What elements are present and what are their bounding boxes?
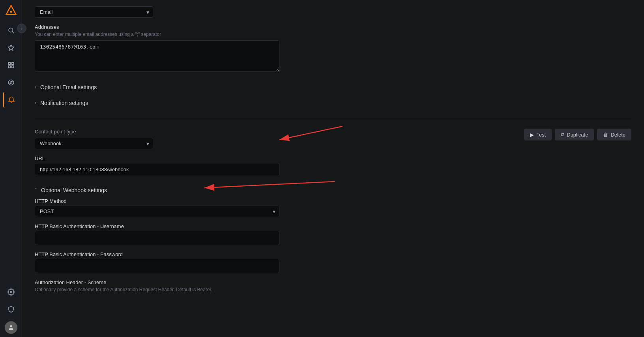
contact-point-type-group: Contact point type Webhook: [35, 129, 153, 149]
contact-point-type-label: Contact point type: [35, 129, 153, 135]
svg-point-12: [10, 325, 12, 327]
chevron-right-icon-email: ›: [35, 84, 36, 90]
sidebar-item-search[interactable]: [3, 22, 19, 38]
password-input[interactable]: [35, 259, 279, 273]
duplicate-label: Duplicate: [567, 132, 588, 138]
http-method-select[interactable]: POST PUT GET: [35, 206, 279, 217]
auth-header-field: Authorization Header - Scheme Optionally…: [35, 279, 631, 292]
avatar[interactable]: [5, 321, 17, 334]
username-label: HTTP Basic Authentication - Username: [35, 223, 631, 229]
webhook-type-select[interactable]: Webhook: [35, 138, 153, 149]
chevron-down-icon-webhook: ˅: [35, 187, 37, 193]
delete-button[interactable]: 🗑 Delete: [597, 129, 631, 140]
action-buttons: ▶ Test ⧉ Duplicate 🗑 Delete: [524, 129, 631, 140]
url-input[interactable]: [35, 163, 279, 176]
sidebar-item-starred[interactable]: [3, 40, 19, 56]
url-label: URL: [35, 155, 631, 161]
sidebar-item-shield[interactable]: [3, 301, 19, 317]
contact-type-email-wrapper[interactable]: Email: [35, 6, 153, 18]
test-label: Test: [536, 132, 546, 138]
svg-rect-8: [11, 66, 13, 68]
svg-rect-7: [8, 66, 10, 68]
svg-marker-10: [9, 81, 12, 84]
main-content: Email Addresses You can enter multiple e…: [22, 0, 644, 337]
http-method-field: HTTP Method POST PUT GET: [35, 198, 631, 217]
sidebar-item-settings[interactable]: [3, 284, 19, 300]
optional-webhook-settings-toggle[interactable]: ˅ Optional Webhook settings: [35, 182, 631, 198]
notification-settings-label: Notification settings: [40, 100, 88, 106]
addresses-textarea[interactable]: [35, 40, 279, 72]
optional-email-settings-label: Optional Email settings: [40, 84, 97, 90]
webhook-header-row: Contact point type Webhook ▶ Test ⧉ Dup: [35, 129, 631, 149]
sidebar-item-dashboard[interactable]: [3, 57, 19, 73]
svg-point-2: [9, 28, 13, 32]
addresses-label: Addresses: [35, 24, 631, 30]
svg-point-1: [10, 11, 12, 13]
svg-point-9: [8, 80, 14, 85]
svg-point-11: [10, 291, 12, 293]
password-field: HTTP Basic Authentication - Password: [35, 251, 631, 273]
username-field: HTTP Basic Authentication - Username: [35, 223, 631, 245]
contact-type-email-select[interactable]: Email: [35, 6, 153, 18]
url-field: URL: [35, 155, 631, 176]
sidebar-item-alerting[interactable]: [3, 92, 19, 108]
password-label: HTTP Basic Authentication - Password: [35, 251, 631, 257]
webhook-type-wrapper[interactable]: Webhook: [35, 138, 153, 149]
section-divider: [35, 119, 631, 119]
sidebar: ›: [0, 0, 22, 337]
play-icon: ▶: [530, 132, 534, 138]
chevron-right-icon-notification: ›: [35, 100, 36, 106]
auth-header-hint: Optionally provide a scheme for the Auth…: [35, 287, 631, 292]
duplicate-button[interactable]: ⧉ Duplicate: [555, 129, 594, 140]
svg-marker-4: [8, 45, 14, 51]
trash-icon: 🗑: [603, 132, 608, 138]
username-input[interactable]: [35, 231, 279, 245]
http-method-wrapper[interactable]: POST PUT GET: [35, 206, 279, 217]
http-method-label: HTTP Method: [35, 198, 631, 204]
svg-marker-0: [6, 6, 16, 15]
test-button[interactable]: ▶ Test: [524, 129, 552, 140]
webhook-section: Contact point type Webhook ▶ Test ⧉ Dup: [35, 129, 631, 292]
chevron-right-icon: ›: [21, 26, 22, 31]
svg-rect-5: [8, 62, 10, 64]
sidebar-item-explore[interactable]: [3, 75, 19, 90]
optional-webhook-settings-label: Optional Webhook settings: [41, 187, 107, 193]
svg-line-3: [12, 32, 14, 33]
sidebar-toggle[interactable]: ›: [17, 24, 26, 33]
svg-rect-6: [11, 62, 13, 64]
addresses-hint: You can enter multiple email addresses u…: [35, 32, 631, 37]
app-logo[interactable]: [6, 5, 17, 17]
notification-settings-toggle[interactable]: › Notification settings: [35, 95, 631, 111]
optional-email-settings-toggle[interactable]: › Optional Email settings: [35, 79, 631, 95]
copy-icon: ⧉: [561, 131, 564, 138]
addresses-field: Addresses You can enter multiple email a…: [35, 24, 631, 73]
delete-label: Delete: [610, 132, 625, 138]
auth-header-label: Authorization Header - Scheme: [35, 279, 631, 285]
